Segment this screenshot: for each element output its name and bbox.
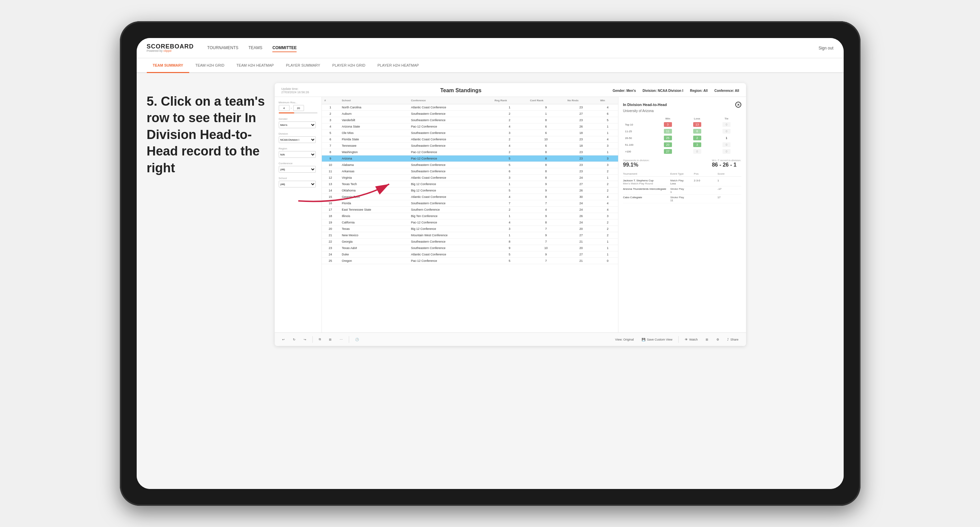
min-rounds-max-input[interactable]	[293, 105, 304, 111]
h2h-tie: 0	[712, 148, 741, 155]
table-row[interactable]: 25 Oregon Pac-12 Conference 5 7 21 0	[322, 258, 618, 264]
row-conference: Pac-12 Conference	[408, 156, 492, 162]
tournament-row[interactable]: Jackson T. Stephens CupMen's Match-Play …	[623, 178, 741, 186]
school-select[interactable]: (All)	[279, 181, 316, 187]
refresh-button[interactable]: ↻	[291, 337, 298, 342]
tab-team-h2h-heatmap[interactable]: TEAM H2H HEATMAP	[230, 58, 280, 73]
wlt-stat: W-L-T record in-division: 86 - 26 - 1	[712, 159, 741, 168]
paste-button[interactable]: ⊞	[327, 337, 334, 342]
region-filter-label: Region	[279, 147, 317, 150]
min-rounds-slider[interactable]	[279, 113, 317, 113]
table-row[interactable]: 6 Florida State Atlantic Coast Conferenc…	[322, 136, 618, 143]
nav-committee[interactable]: COMMITTEE	[272, 44, 297, 52]
table-row[interactable]: 11 Arkansas Southeastern Conference 6 8 …	[322, 168, 618, 175]
table-row[interactable]: 22 Georgia Southeastern Conference 8 7 2…	[322, 239, 618, 245]
table-row[interactable]: 23 Texas A&M Southeastern Conference 9 1…	[322, 245, 618, 251]
logo-text: SCOREBOARD	[147, 43, 194, 49]
tournament-row[interactable]: Cabo Collegiate Stroke Play11 17	[623, 195, 741, 203]
table-row[interactable]: 14 Oklahoma Big 12 Conference 5 9 26 2	[322, 187, 618, 194]
h2h-row: 51-100 20 3 0	[623, 141, 741, 148]
row-school: California	[339, 219, 408, 226]
row-num: 16	[322, 200, 339, 206]
row-num: 10	[322, 162, 339, 168]
undo-button[interactable]: ↩	[280, 337, 287, 342]
table-row[interactable]: 9 Arizona Pac-12 Conference 5 8 23 3	[322, 156, 618, 162]
row-rnds: 27	[565, 232, 597, 239]
row-conf-rank: 8	[527, 194, 565, 200]
share-button[interactable]: ⤴ Share	[725, 337, 740, 342]
row-rnds: 26	[565, 213, 597, 219]
table-row[interactable]: 13 Texas Tech Big 12 Conference 1 9 27 2	[322, 181, 618, 187]
table-row[interactable]: 18 Illinois Big Ten Conference 1 9 26 3	[322, 213, 618, 219]
tournament-score: 1	[718, 179, 741, 185]
gender-select[interactable]: Men's	[279, 122, 316, 128]
copy-button[interactable]: ⧉	[317, 337, 323, 342]
h2h-header-row: Win Loss Tie	[623, 116, 741, 121]
table-row[interactable]: 15 Georgia Tech Atlantic Coast Conferenc…	[322, 194, 618, 200]
table-row[interactable]: 16 Florida Southeastern Conference 7 7 2…	[322, 200, 618, 206]
h2h-close-button[interactable]: ✕	[735, 102, 741, 108]
row-reg-rank: 7	[492, 200, 527, 206]
tab-player-h2h-grid[interactable]: PLAYER H2H GRID	[326, 58, 371, 73]
table-row[interactable]: 19 California Pac-12 Conference 4 8 24 2	[322, 219, 618, 226]
row-school: North Carolina	[339, 104, 408, 111]
conference-select[interactable]: (All)	[279, 166, 316, 173]
redo-button[interactable]: ↪	[302, 337, 309, 342]
nav-teams[interactable]: TEAMS	[248, 44, 262, 52]
row-reg-rank: 2	[492, 117, 527, 124]
table-row[interactable]: 8 Washington Pac-12 Conference 2 8 23 1	[322, 149, 618, 156]
division-select[interactable]: NCAA Division I	[279, 136, 316, 143]
h2h-win: 27	[653, 148, 682, 155]
h2h-tie: 1	[712, 135, 741, 141]
tab-player-h2h-heatmap[interactable]: PLAYER H2H HEATMAP	[371, 58, 425, 73]
row-conf-rank: 4	[527, 206, 565, 213]
region-select[interactable]: N/A	[279, 151, 316, 158]
tournament-score: 17	[718, 196, 741, 202]
table-row[interactable]: 1 North Carolina Atlantic Coast Conferen…	[322, 104, 618, 111]
row-conf-rank: 8	[527, 175, 565, 181]
table-row[interactable]: 7 Tennessee Southeastern Conference 4 6 …	[322, 143, 618, 149]
filters-panel: Minimum Rou... - Gender	[275, 97, 322, 332]
sign-out-link[interactable]: Sign out	[818, 46, 833, 51]
table-row[interactable]: 2 Auburn Southeastern Conference 2 1 27 …	[322, 111, 618, 117]
grid-button[interactable]: ⊞	[703, 337, 710, 342]
table-row[interactable]: 20 Texas Big 12 Conference 3 7 20 2	[322, 226, 618, 232]
tab-team-h2h-grid[interactable]: TEAM H2H GRID	[189, 58, 230, 73]
nav-tournaments[interactable]: TOURNAMENTS	[207, 44, 239, 52]
table-row[interactable]: 24 Duke Atlantic Coast Conference 5 9 27…	[322, 251, 618, 258]
row-school: Vanderbilt	[339, 117, 408, 124]
tab-player-summary[interactable]: PLAYER SUMMARY	[280, 58, 326, 73]
save-custom-button[interactable]: 💾 Save Custom View	[640, 337, 674, 342]
table-row[interactable]: 12 Virginia Atlantic Coast Conference 3 …	[322, 175, 618, 181]
row-reg-rank: 2	[492, 206, 527, 213]
row-rnds: 23	[565, 162, 597, 168]
watch-button[interactable]: 👁 Watch	[683, 337, 700, 342]
table-row[interactable]: 5 Ole Miss Southeastern Conference 3 6 1…	[322, 130, 618, 136]
settings-button[interactable]: ⚙	[714, 337, 721, 342]
h2h-team-name: University of Arizona	[623, 109, 741, 113]
clock-button[interactable]: 🕐	[353, 337, 361, 342]
row-win: 5	[598, 117, 618, 124]
row-conference: Atlantic Coast Conference	[408, 136, 492, 143]
view-original-button[interactable]: View: Original	[613, 337, 636, 342]
table-row[interactable]: 4 Arizona State Pac-12 Conference 4 6 26…	[322, 124, 618, 130]
row-num: 14	[322, 187, 339, 194]
row-school: Virginia	[339, 175, 408, 181]
table-row[interactable]: 21 New Mexico Mountain West Conference 1…	[322, 232, 618, 239]
more-button[interactable]: ⋯	[338, 337, 345, 342]
row-rnds: 30	[565, 194, 597, 200]
tournament-section: Tournament Event Type Pos Score Jackson …	[623, 171, 741, 203]
tab-team-summary[interactable]: TEAM SUMMARY	[147, 58, 189, 73]
main-panel: Update time: 27/03/2024 16:56:26 Team St…	[275, 83, 746, 346]
h2h-tie: 0	[712, 128, 741, 135]
table-row[interactable]: 17 East Tennessee State Southern Confere…	[322, 206, 618, 213]
tournament-row[interactable]: Arizona Thunderbirds Intercollegiate Str…	[623, 186, 741, 195]
table-row[interactable]: 10 Alabama Southeastern Conference 5 8 2…	[322, 162, 618, 168]
table-row[interactable]: 3 Vanderbilt Southeastern Conference 2 8…	[322, 117, 618, 124]
toolbar-sep-3	[678, 336, 679, 343]
row-reg-rank: 1	[492, 213, 527, 219]
row-school: Oklahoma	[339, 187, 408, 194]
row-win: 1	[598, 245, 618, 251]
row-rnds: 24	[565, 175, 597, 181]
row-school: Oregon	[339, 258, 408, 264]
